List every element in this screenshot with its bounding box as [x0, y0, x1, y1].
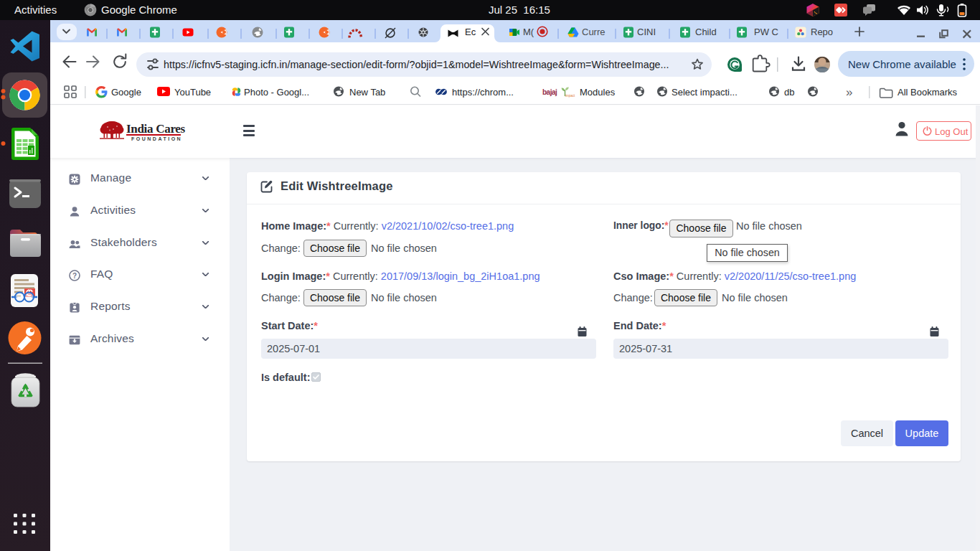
svg-text:»: » [846, 85, 852, 99]
svg-text:New Tab: New Tab [349, 87, 385, 98]
svg-text:Child: Child [695, 27, 717, 37]
svg-text:?: ? [72, 272, 77, 280]
svg-text:CINI: CINI [637, 27, 656, 37]
svg-text:https://chrom...: https://chrom... [452, 87, 514, 98]
svg-text:YouTube: YouTube [174, 87, 211, 98]
svg-text:Photo - Googl...: Photo - Googl... [244, 87, 309, 98]
svg-text:impact: impact [565, 94, 575, 98]
svg-text:Google: Google [111, 87, 141, 98]
svg-text:M(: M( [523, 27, 534, 37]
svg-text:Modules: Modules [580, 87, 616, 98]
svg-text:Curre: Curre [582, 27, 606, 37]
svg-text:All Bookmarks: All Bookmarks [897, 87, 958, 98]
svg-text:PW C: PW C [754, 27, 778, 37]
svg-text:Select impacti...: Select impacti... [672, 87, 738, 98]
svg-text:db: db [784, 87, 794, 98]
svg-text:Repo: Repo [811, 27, 833, 37]
svg-text:bajaj: bajaj [542, 88, 557, 96]
svg-text:New Chrome available: New Chrome available [848, 58, 956, 70]
svg-text:Ec: Ec [465, 27, 476, 37]
